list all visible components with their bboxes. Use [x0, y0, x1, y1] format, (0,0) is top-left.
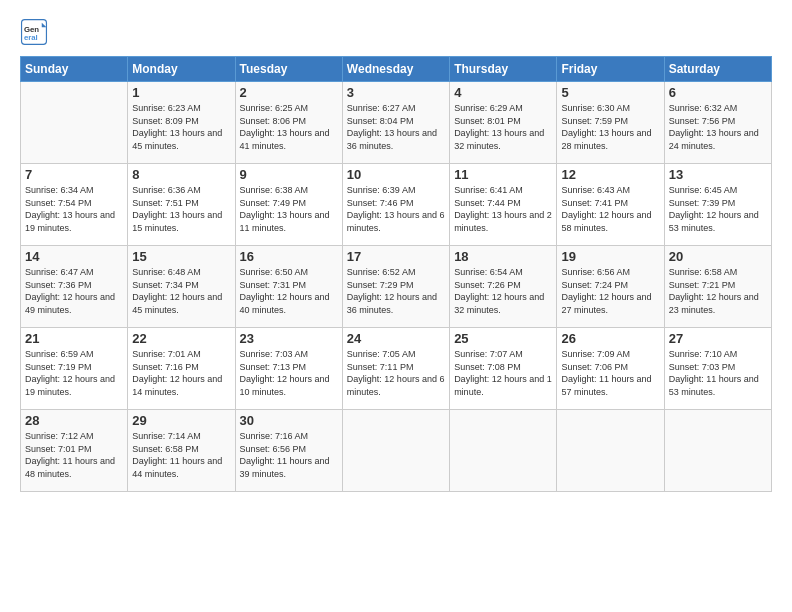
- day-cell: 3 Sunrise: 6:27 AM Sunset: 8:04 PM Dayli…: [342, 82, 449, 164]
- day-cell: 30 Sunrise: 7:16 AM Sunset: 6:56 PM Dayl…: [235, 410, 342, 492]
- day-number: 5: [561, 85, 659, 100]
- day-cell: 29 Sunrise: 7:14 AM Sunset: 6:58 PM Dayl…: [128, 410, 235, 492]
- day-cell: [342, 410, 449, 492]
- day-cell: 22 Sunrise: 7:01 AM Sunset: 7:16 PM Dayl…: [128, 328, 235, 410]
- day-number: 18: [454, 249, 552, 264]
- day-number: 12: [561, 167, 659, 182]
- day-cell: 11 Sunrise: 6:41 AM Sunset: 7:44 PM Dayl…: [450, 164, 557, 246]
- day-cell: [557, 410, 664, 492]
- day-info: Sunrise: 6:38 AM Sunset: 7:49 PM Dayligh…: [240, 184, 338, 234]
- day-info: Sunrise: 7:14 AM Sunset: 6:58 PM Dayligh…: [132, 430, 230, 480]
- day-cell: 19 Sunrise: 6:56 AM Sunset: 7:24 PM Dayl…: [557, 246, 664, 328]
- day-cell: [664, 410, 771, 492]
- day-cell: 14 Sunrise: 6:47 AM Sunset: 7:36 PM Dayl…: [21, 246, 128, 328]
- day-cell: 5 Sunrise: 6:30 AM Sunset: 7:59 PM Dayli…: [557, 82, 664, 164]
- day-cell: 24 Sunrise: 7:05 AM Sunset: 7:11 PM Dayl…: [342, 328, 449, 410]
- day-info: Sunrise: 7:01 AM Sunset: 7:16 PM Dayligh…: [132, 348, 230, 398]
- day-cell: 8 Sunrise: 6:36 AM Sunset: 7:51 PM Dayli…: [128, 164, 235, 246]
- day-number: 16: [240, 249, 338, 264]
- day-info: Sunrise: 7:12 AM Sunset: 7:01 PM Dayligh…: [25, 430, 123, 480]
- day-info: Sunrise: 6:50 AM Sunset: 7:31 PM Dayligh…: [240, 266, 338, 316]
- day-info: Sunrise: 6:25 AM Sunset: 8:06 PM Dayligh…: [240, 102, 338, 152]
- day-number: 19: [561, 249, 659, 264]
- day-cell: 7 Sunrise: 6:34 AM Sunset: 7:54 PM Dayli…: [21, 164, 128, 246]
- week-row-2: 14 Sunrise: 6:47 AM Sunset: 7:36 PM Dayl…: [21, 246, 772, 328]
- day-info: Sunrise: 6:45 AM Sunset: 7:39 PM Dayligh…: [669, 184, 767, 234]
- day-number: 23: [240, 331, 338, 346]
- header-cell-monday: Monday: [128, 57, 235, 82]
- day-number: 6: [669, 85, 767, 100]
- day-info: Sunrise: 6:27 AM Sunset: 8:04 PM Dayligh…: [347, 102, 445, 152]
- day-info: Sunrise: 6:54 AM Sunset: 7:26 PM Dayligh…: [454, 266, 552, 316]
- day-cell: 1 Sunrise: 6:23 AM Sunset: 8:09 PM Dayli…: [128, 82, 235, 164]
- day-info: Sunrise: 6:32 AM Sunset: 7:56 PM Dayligh…: [669, 102, 767, 152]
- day-cell: 16 Sunrise: 6:50 AM Sunset: 7:31 PM Dayl…: [235, 246, 342, 328]
- day-cell: [450, 410, 557, 492]
- day-number: 9: [240, 167, 338, 182]
- day-cell: 12 Sunrise: 6:43 AM Sunset: 7:41 PM Dayl…: [557, 164, 664, 246]
- day-cell: 23 Sunrise: 7:03 AM Sunset: 7:13 PM Dayl…: [235, 328, 342, 410]
- day-info: Sunrise: 6:47 AM Sunset: 7:36 PM Dayligh…: [25, 266, 123, 316]
- day-cell: 26 Sunrise: 7:09 AM Sunset: 7:06 PM Dayl…: [557, 328, 664, 410]
- week-row-1: 7 Sunrise: 6:34 AM Sunset: 7:54 PM Dayli…: [21, 164, 772, 246]
- day-info: Sunrise: 6:30 AM Sunset: 7:59 PM Dayligh…: [561, 102, 659, 152]
- day-info: Sunrise: 6:39 AM Sunset: 7:46 PM Dayligh…: [347, 184, 445, 234]
- day-cell: 28 Sunrise: 7:12 AM Sunset: 7:01 PM Dayl…: [21, 410, 128, 492]
- header-cell-sunday: Sunday: [21, 57, 128, 82]
- day-cell: 15 Sunrise: 6:48 AM Sunset: 7:34 PM Dayl…: [128, 246, 235, 328]
- day-info: Sunrise: 7:07 AM Sunset: 7:08 PM Dayligh…: [454, 348, 552, 398]
- day-cell: 10 Sunrise: 6:39 AM Sunset: 7:46 PM Dayl…: [342, 164, 449, 246]
- day-info: Sunrise: 7:03 AM Sunset: 7:13 PM Dayligh…: [240, 348, 338, 398]
- day-number: 21: [25, 331, 123, 346]
- day-info: Sunrise: 6:34 AM Sunset: 7:54 PM Dayligh…: [25, 184, 123, 234]
- day-cell: 9 Sunrise: 6:38 AM Sunset: 7:49 PM Dayli…: [235, 164, 342, 246]
- day-cell: 6 Sunrise: 6:32 AM Sunset: 7:56 PM Dayli…: [664, 82, 771, 164]
- day-cell: 13 Sunrise: 6:45 AM Sunset: 7:39 PM Dayl…: [664, 164, 771, 246]
- day-number: 26: [561, 331, 659, 346]
- header-row: SundayMondayTuesdayWednesdayThursdayFrid…: [21, 57, 772, 82]
- day-number: 25: [454, 331, 552, 346]
- day-info: Sunrise: 7:16 AM Sunset: 6:56 PM Dayligh…: [240, 430, 338, 480]
- header-cell-friday: Friday: [557, 57, 664, 82]
- day-number: 24: [347, 331, 445, 346]
- day-number: 22: [132, 331, 230, 346]
- day-number: 14: [25, 249, 123, 264]
- header-cell-thursday: Thursday: [450, 57, 557, 82]
- day-number: 4: [454, 85, 552, 100]
- week-row-4: 28 Sunrise: 7:12 AM Sunset: 7:01 PM Dayl…: [21, 410, 772, 492]
- day-cell: 20 Sunrise: 6:58 AM Sunset: 7:21 PM Dayl…: [664, 246, 771, 328]
- day-info: Sunrise: 6:56 AM Sunset: 7:24 PM Dayligh…: [561, 266, 659, 316]
- page: Gen eral SundayMondayTuesdayWednesdayThu…: [0, 0, 792, 612]
- header-cell-wednesday: Wednesday: [342, 57, 449, 82]
- day-info: Sunrise: 7:05 AM Sunset: 7:11 PM Dayligh…: [347, 348, 445, 398]
- day-info: Sunrise: 7:10 AM Sunset: 7:03 PM Dayligh…: [669, 348, 767, 398]
- day-number: 1: [132, 85, 230, 100]
- day-cell: [21, 82, 128, 164]
- day-info: Sunrise: 6:23 AM Sunset: 8:09 PM Dayligh…: [132, 102, 230, 152]
- day-cell: 2 Sunrise: 6:25 AM Sunset: 8:06 PM Dayli…: [235, 82, 342, 164]
- logo-icon: Gen eral: [20, 18, 48, 46]
- day-number: 27: [669, 331, 767, 346]
- day-number: 29: [132, 413, 230, 428]
- day-number: 13: [669, 167, 767, 182]
- day-cell: 17 Sunrise: 6:52 AM Sunset: 7:29 PM Dayl…: [342, 246, 449, 328]
- day-info: Sunrise: 6:41 AM Sunset: 7:44 PM Dayligh…: [454, 184, 552, 234]
- day-info: Sunrise: 7:09 AM Sunset: 7:06 PM Dayligh…: [561, 348, 659, 398]
- day-number: 20: [669, 249, 767, 264]
- day-number: 7: [25, 167, 123, 182]
- header-cell-tuesday: Tuesday: [235, 57, 342, 82]
- day-cell: 4 Sunrise: 6:29 AM Sunset: 8:01 PM Dayli…: [450, 82, 557, 164]
- calendar-table: SundayMondayTuesdayWednesdayThursdayFrid…: [20, 56, 772, 492]
- day-number: 28: [25, 413, 123, 428]
- day-number: 17: [347, 249, 445, 264]
- week-row-3: 21 Sunrise: 6:59 AM Sunset: 7:19 PM Dayl…: [21, 328, 772, 410]
- day-cell: 18 Sunrise: 6:54 AM Sunset: 7:26 PM Dayl…: [450, 246, 557, 328]
- day-info: Sunrise: 6:43 AM Sunset: 7:41 PM Dayligh…: [561, 184, 659, 234]
- day-info: Sunrise: 6:58 AM Sunset: 7:21 PM Dayligh…: [669, 266, 767, 316]
- svg-text:eral: eral: [24, 33, 38, 42]
- day-info: Sunrise: 6:29 AM Sunset: 8:01 PM Dayligh…: [454, 102, 552, 152]
- day-info: Sunrise: 6:48 AM Sunset: 7:34 PM Dayligh…: [132, 266, 230, 316]
- day-info: Sunrise: 6:36 AM Sunset: 7:51 PM Dayligh…: [132, 184, 230, 234]
- day-cell: 27 Sunrise: 7:10 AM Sunset: 7:03 PM Dayl…: [664, 328, 771, 410]
- logo: Gen eral: [20, 18, 52, 46]
